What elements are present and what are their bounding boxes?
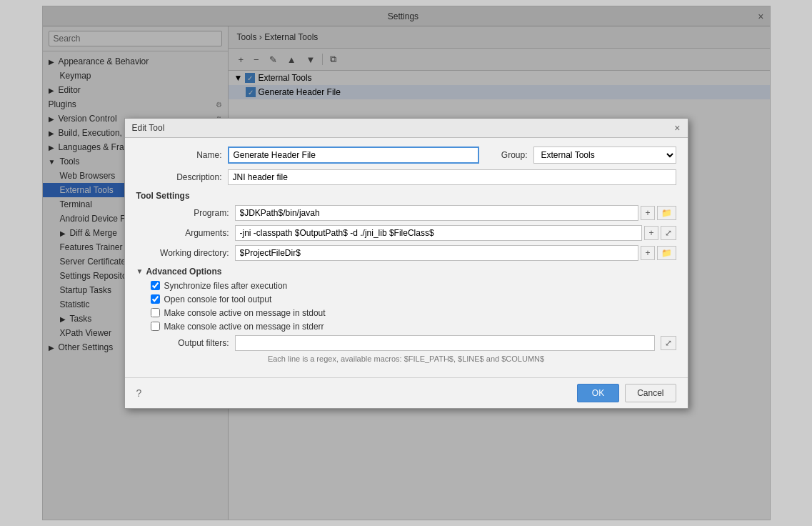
console-active-stderr-row: Make console active on message in stderr [136, 322, 676, 332]
advanced-options-label: Advanced Options [146, 267, 221, 277]
console-active-stdout-label: Make console active on message in stdout [164, 308, 326, 318]
arguments-input-wrap: + ⤢ [235, 225, 676, 241]
working-directory-input[interactable] [235, 245, 639, 261]
name-label: Name: [136, 150, 222, 160]
cancel-button[interactable]: Cancel [625, 384, 676, 402]
sync-files-row: Synchronize files after execution [136, 281, 676, 291]
working-directory-row: Working directory: + 📁 [136, 245, 676, 261]
console-active-stdout-row: Make console active on message in stdout [136, 308, 676, 318]
description-input[interactable] [228, 169, 676, 185]
group-select-wrap: External Tools [533, 147, 676, 164]
open-console-checkbox[interactable] [151, 294, 160, 304]
description-row: Description: [136, 169, 676, 185]
modal-body: Name: Group: External Tools Description: [125, 138, 688, 377]
modal-title: Edit Tool [132, 123, 165, 133]
console-active-stderr-label: Make console active on message in stderr [164, 322, 324, 332]
console-active-stdout-checkbox[interactable] [151, 308, 160, 317]
output-filters-input[interactable] [235, 335, 655, 351]
arguments-row: Arguments: + ⤢ [136, 225, 676, 241]
sync-files-label: Synchronize files after execution [164, 281, 288, 291]
group-label: Group: [485, 150, 528, 160]
modal-overlay: Edit Tool × Name: Group: External Tools [43, 6, 770, 520]
working-directory-label: Working directory: [136, 248, 229, 258]
advanced-collapse-arrow: ▼ [136, 267, 144, 275]
program-label: Program: [136, 208, 229, 218]
hint-text: Each line is a regex, available macros: … [136, 354, 676, 363]
output-filters-expand-btn[interactable]: ⤢ [661, 336, 676, 350]
output-filters-row: Output filters: ⤢ [136, 335, 676, 351]
working-directory-input-wrap: + 📁 [235, 245, 676, 261]
help-button[interactable]: ? [136, 387, 142, 399]
working-dir-add-macro-btn[interactable]: + [641, 246, 654, 260]
modal-close-button[interactable]: × [674, 122, 680, 134]
sync-files-checkbox[interactable] [151, 281, 160, 290]
advanced-options-header[interactable]: ▼ Advanced Options [136, 267, 676, 277]
program-input-wrap: + 📁 [235, 205, 676, 221]
name-input[interactable] [228, 147, 479, 164]
arguments-add-macro-btn[interactable]: + [644, 226, 658, 240]
name-group-row: Name: Group: External Tools [136, 147, 676, 164]
program-input[interactable] [235, 205, 639, 221]
program-browse-btn[interactable]: 📁 [657, 206, 676, 220]
group-select[interactable]: External Tools [533, 147, 676, 164]
console-active-stderr-checkbox[interactable] [151, 322, 160, 331]
description-label: Description: [136, 172, 222, 182]
modal-title-bar: Edit Tool × [125, 119, 688, 138]
arguments-input[interactable] [235, 225, 643, 241]
ok-button[interactable]: OK [577, 384, 619, 402]
output-filters-label: Output filters: [136, 338, 229, 348]
open-console-row: Open console for tool output [136, 294, 676, 304]
tool-settings-header: Tool Settings [136, 191, 676, 201]
program-row: Program: + 📁 [136, 205, 676, 221]
modal-footer: ? OK Cancel [125, 377, 688, 408]
footer-buttons: OK Cancel [577, 384, 676, 402]
working-dir-browse-btn[interactable]: 📁 [657, 246, 676, 260]
arguments-expand-btn[interactable]: ⤢ [661, 226, 676, 240]
open-console-label: Open console for tool output [164, 294, 272, 304]
arguments-label: Arguments: [136, 228, 229, 238]
edit-tool-modal: Edit Tool × Name: Group: External Tools [124, 118, 688, 409]
program-add-macro-btn[interactable]: + [641, 206, 654, 220]
settings-window: Settings × ▶ Appearance & Behavior Keyma… [42, 6, 771, 520]
